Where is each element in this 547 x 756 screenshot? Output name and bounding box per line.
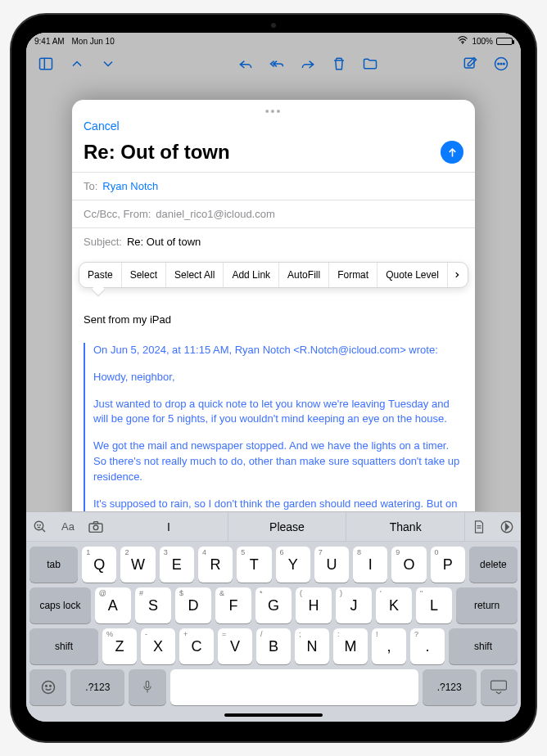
key-w[interactable]: W2	[120, 547, 155, 583]
key-k[interactable]: K'	[376, 587, 412, 623]
key-s[interactable]: S#	[135, 587, 171, 623]
key-f[interactable]: F&	[215, 587, 251, 623]
key-numsym-right[interactable]: .?123	[423, 669, 477, 705]
key-h[interactable]: H(	[296, 587, 332, 623]
key-v[interactable]: V=	[218, 628, 252, 664]
key-l[interactable]: L"	[416, 587, 452, 623]
svg-point-12	[40, 524, 41, 525]
key-q[interactable]: Q1	[82, 547, 116, 583]
key-tab[interactable]: tab	[29, 547, 78, 583]
subject-label: Subject:	[84, 236, 122, 248]
key-n[interactable]: N;	[295, 628, 329, 664]
cancel-button[interactable]: Cancel	[84, 119, 120, 133]
suggestion-2[interactable]: Please	[228, 512, 347, 541]
camera-icon[interactable]	[82, 520, 110, 533]
suggestion-3[interactable]: Thank	[346, 512, 465, 541]
key-delete[interactable]: delete	[469, 547, 518, 583]
ccbcc-label: Cc/Bcc, From:	[84, 208, 151, 220]
quoted-reply: On Jun 5, 2024, at 11:15 AM, Ryan Notch …	[84, 343, 463, 528]
send-button[interactable]	[441, 141, 463, 164]
to-field[interactable]: To: Ryan Notch	[72, 172, 475, 200]
ccbcc-field[interactable]: Cc/Bcc, From: daniel_rico1@icloud.com	[72, 200, 475, 227]
key-b[interactable]: B/	[256, 628, 291, 664]
to-label: To:	[84, 180, 97, 192]
text-format[interactable]: Aa	[54, 520, 82, 533]
key-z[interactable]: Z%	[102, 628, 137, 664]
key-m[interactable]: M:	[333, 628, 368, 664]
to-recipient[interactable]: Ryan Notch	[102, 180, 158, 192]
key-numsym-left[interactable]: .?123	[70, 669, 124, 705]
quote-header: On Jun 5, 2024, at 11:15 AM, Ryan Notch …	[93, 343, 463, 358]
menu-paste[interactable]: Paste	[79, 263, 122, 287]
emoji-search-icon[interactable]	[26, 520, 54, 534]
home-indicator[interactable]	[224, 713, 323, 717]
key-dictate[interactable]	[129, 669, 165, 705]
compose-title: Re: Out of town	[84, 141, 230, 164]
key-p[interactable]: P0	[431, 547, 465, 583]
key-period[interactable]: .?	[410, 628, 445, 664]
quote-p3: We got the mail and newspaper stopped. A…	[93, 439, 463, 485]
key-j[interactable]: J)	[336, 587, 372, 623]
menu-autofill[interactable]: AutoFill	[279, 263, 329, 287]
suggestion-bar: Aa I Please Thank	[26, 512, 521, 542]
svg-point-11	[38, 524, 38, 525]
key-r[interactable]: R4	[198, 547, 233, 583]
key-g[interactable]: G*	[255, 587, 292, 623]
key-e[interactable]: E3	[160, 547, 194, 583]
menu-select[interactable]: Select	[122, 263, 166, 287]
key-shift-left[interactable]: shift	[29, 628, 98, 664]
key-comma[interactable]: ,!	[372, 628, 406, 664]
scan-doc-icon[interactable]	[465, 520, 493, 534]
quote-p2: Just wanted to drop a quick note to let …	[93, 397, 463, 428]
key-u[interactable]: U7	[314, 547, 349, 583]
quote-p1: Howdy, neighbor,	[93, 370, 463, 385]
edit-menu: Paste Select Select All Add Link AutoFil…	[79, 262, 468, 288]
key-d[interactable]: D$	[175, 587, 211, 623]
key-dismiss[interactable]	[481, 669, 518, 705]
svg-point-20	[49, 686, 51, 687]
signature: Sent from my iPad	[84, 313, 463, 328]
menu-quote-level[interactable]: Quote Level	[377, 263, 448, 287]
menu-add-link[interactable]: Add Link	[224, 263, 279, 287]
svg-rect-22	[491, 681, 507, 690]
key-space[interactable]	[170, 669, 418, 705]
key-a[interactable]: A@	[95, 587, 131, 623]
key-c[interactable]: C+	[179, 628, 214, 664]
key-emoji[interactable]	[29, 669, 66, 705]
sheet-grabber-icon[interactable]: •••	[72, 100, 475, 119]
svg-point-18	[42, 682, 54, 694]
key-shift-right[interactable]: shift	[449, 628, 518, 664]
menu-more-icon[interactable]	[448, 263, 466, 287]
svg-point-14	[93, 525, 98, 530]
suggestion-1[interactable]: I	[110, 512, 228, 541]
key-i[interactable]: I8	[353, 547, 387, 583]
svg-rect-21	[146, 681, 149, 687]
key-y[interactable]: Y6	[276, 547, 310, 583]
menu-select-all[interactable]: Select All	[166, 263, 224, 287]
autofill-icon[interactable]	[493, 520, 521, 534]
svg-point-19	[45, 686, 47, 687]
key-return[interactable]: return	[456, 587, 518, 623]
subject-value: Re: Out of town	[127, 236, 201, 248]
subject-field[interactable]: Subject: Re: Out of town	[72, 227, 475, 255]
svg-line-10	[42, 529, 45, 532]
from-address: daniel_rico1@icloud.com	[156, 208, 274, 220]
menu-format[interactable]: Format	[329, 263, 377, 287]
key-x[interactable]: X-	[141, 628, 175, 664]
key-t[interactable]: T5	[237, 547, 271, 583]
svg-point-9	[34, 521, 43, 530]
key-o[interactable]: O9	[391, 547, 426, 583]
key-capslock[interactable]: caps lock	[29, 587, 91, 623]
keyboard: Aa I Please Thank tab Q1W2E3R4T5Y6U7I8O9…	[26, 511, 521, 722]
